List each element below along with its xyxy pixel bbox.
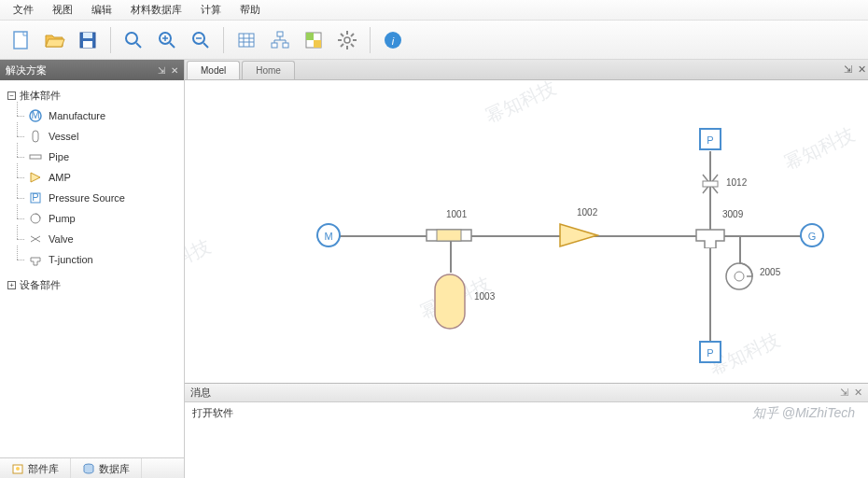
tree-category-thrust[interactable]: − 推体部件	[4, 86, 180, 105]
expand-icon[interactable]: +	[7, 281, 16, 289]
zoom-out-button[interactable]	[186, 25, 216, 55]
grid-button[interactable]	[231, 25, 261, 55]
connector-line	[709, 239, 711, 342]
pump-icon	[28, 211, 43, 226]
svg-point-53	[735, 272, 744, 281]
menu-bar: 文件 视图 编辑 材料数据库 计算 帮助	[0, 0, 868, 21]
close-icon[interactable]: ✕	[171, 65, 178, 76]
node-pipe-1001[interactable]	[426, 226, 472, 245]
svg-text:P: P	[707, 347, 713, 358]
open-button[interactable]	[39, 25, 69, 55]
node-label: 1001	[446, 209, 467, 219]
tree-item-pipe[interactable]: Pipe	[4, 147, 180, 167]
pin-icon[interactable]: ⇲	[844, 63, 852, 76]
node-generator[interactable]: G	[799, 222, 825, 248]
close-icon[interactable]: ✕	[854, 387, 862, 399]
close-icon[interactable]: ✕	[858, 63, 866, 76]
vessel-icon	[28, 129, 43, 144]
collapse-icon[interactable]: −	[7, 91, 16, 100]
svg-line-32	[351, 34, 354, 36]
svg-rect-3	[83, 41, 92, 48]
pin-icon[interactable]: ⇲	[840, 387, 848, 399]
tree-item-valve[interactable]: Valve	[4, 229, 180, 249]
zoom-find-button[interactable]	[119, 25, 148, 55]
menu-help[interactable]: 帮助	[232, 1, 268, 19]
tree-item-vessel[interactable]: Vessel	[4, 126, 180, 147]
node-label: 2005	[760, 267, 780, 277]
menu-file[interactable]: 文件	[6, 1, 41, 19]
sidebar-title: 解决方案	[6, 63, 47, 77]
pin-icon[interactable]: ⇲	[158, 65, 165, 76]
menu-compute[interactable]: 计算	[193, 1, 229, 19]
tab-home[interactable]: Home	[242, 61, 295, 79]
svg-line-31	[341, 44, 343, 47]
svg-line-30	[351, 44, 354, 47]
svg-point-57	[16, 467, 20, 471]
attribution-text: 知乎 @MiZhiTech	[752, 405, 855, 422]
node-vessel-1003[interactable]	[431, 271, 469, 332]
amp-icon	[28, 170, 43, 185]
tab-database[interactable]: 数据库	[71, 458, 142, 478]
svg-rect-38	[30, 155, 41, 159]
tab-model[interactable]: Model	[187, 61, 240, 79]
valve-icon	[28, 232, 43, 246]
watermark-text: 幂知科技	[185, 233, 215, 288]
node-label: 3009	[722, 209, 743, 219]
svg-rect-37	[33, 131, 38, 142]
palette-button[interactable]	[299, 25, 329, 55]
svg-line-29	[341, 34, 343, 36]
node-label: 1003	[474, 291, 495, 302]
zoom-in-button[interactable]	[152, 25, 182, 55]
manufacture-icon: M	[28, 108, 43, 123]
node-pressure-top[interactable]: P	[698, 127, 722, 151]
svg-line-5	[136, 43, 141, 48]
tjunction-icon	[28, 252, 43, 267]
tree-item-amp[interactable]: AMP	[4, 167, 180, 188]
svg-rect-18	[277, 32, 283, 36]
svg-rect-47	[703, 181, 718, 187]
node-label: 1012	[726, 177, 747, 188]
library-icon	[11, 462, 24, 475]
svg-line-11	[203, 43, 208, 48]
settings-button[interactable]	[332, 25, 362, 55]
sidebar-panel: 解决方案 ⇲ ✕ − 推体部件 M Manufacture Vessel Pip…	[0, 60, 185, 459]
node-manufacture[interactable]: M	[315, 222, 342, 248]
svg-point-4	[126, 33, 137, 44]
node-amp-1002[interactable]	[558, 222, 599, 248]
menu-materials-db[interactable]: 材料数据库	[123, 1, 189, 19]
svg-rect-46	[435, 274, 465, 329]
node-pump-2005[interactable]	[722, 260, 756, 293]
svg-text:G: G	[808, 231, 817, 242]
message-header: 消息 ⇲ ✕	[185, 384, 868, 402]
tree-item-pressure-source[interactable]: P Pressure Source	[4, 188, 180, 208]
new-doc-button[interactable]	[6, 25, 35, 55]
main-area: Model Home ⇲ ✕ 幂知科技 幂知科技 幂知科技 幂知科技 幂知科技 …	[185, 60, 868, 459]
node-pressure-bottom[interactable]: P	[698, 340, 722, 364]
svg-text:M: M	[31, 109, 39, 120]
menu-edit[interactable]: 编辑	[84, 1, 119, 19]
tab-component-library[interactable]: 部件库	[0, 458, 71, 478]
bottom-tabs: 部件库 数据库	[0, 457, 185, 478]
svg-text:P: P	[32, 191, 38, 203]
save-button[interactable]	[73, 25, 103, 55]
org-chart-button[interactable]	[265, 25, 295, 55]
main-header: Model Home ⇲ ✕	[185, 60, 868, 80]
svg-text:P: P	[707, 134, 713, 146]
info-button[interactable]: i	[378, 25, 408, 55]
svg-rect-45	[437, 230, 461, 241]
tree-item-tjunction[interactable]: T-junction	[4, 249, 180, 270]
toolbar: i	[0, 21, 868, 60]
svg-rect-13	[239, 34, 254, 47]
node-tjunction-3009[interactable]	[694, 222, 726, 248]
component-tree: − 推体部件 M Manufacture Vessel Pipe AMP P	[0, 80, 184, 459]
tree-category-equipment[interactable]: + 设备部件	[4, 275, 180, 295]
menu-view[interactable]: 视图	[45, 1, 80, 19]
tree-item-manufacture[interactable]: M Manufacture	[4, 105, 180, 126]
watermark-text: 幂知科技	[482, 80, 560, 130]
pipe-icon	[28, 149, 43, 164]
diagram-canvas[interactable]: 幂知科技 幂知科技 幂知科技 幂知科技 幂知科技 M 1001 1002	[185, 80, 868, 383]
tree-item-pump[interactable]: Pump	[4, 208, 180, 229]
node-valve-1012[interactable]	[700, 172, 721, 196]
svg-rect-22	[306, 33, 314, 40]
svg-point-24	[344, 37, 350, 43]
